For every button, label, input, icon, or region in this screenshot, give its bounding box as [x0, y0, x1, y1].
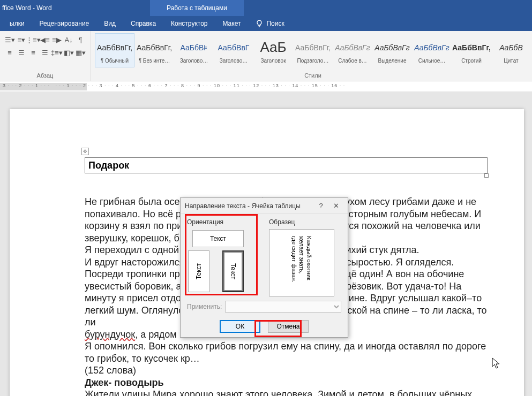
style-обычный[interactable]: АаБбВвГг,¶ Обычный: [95, 33, 134, 67]
justify-button[interactable]: ☰: [40, 47, 50, 58]
borders-button[interactable]: ▦▾: [75, 47, 86, 58]
align-left-button[interactable]: ≡: [4, 47, 15, 58]
orientation-fieldset: Ориентация Текст Текст Текст: [187, 218, 259, 296]
sample-fieldset: Образец где сидит фазан. желает знать, К…: [269, 218, 341, 296]
tell-me-search[interactable]: Поиск: [256, 20, 284, 27]
bullets-button[interactable]: ☰▾: [4, 34, 15, 45]
style-цитат[interactable]: АаБбВЦитат: [491, 33, 531, 67]
table-resize-handle[interactable]: [484, 173, 489, 178]
style-заголовок[interactable]: АаБЗаголовок: [253, 33, 293, 67]
style-сильное[interactable]: АаБбВвГгСильное…: [412, 33, 452, 67]
table-tools-contextual-tab: Работа с таблицами: [150, 0, 244, 16]
ok-button[interactable]: ОК: [220, 320, 260, 333]
style-заголово[interactable]: АаБбВвГЗаголово…: [214, 33, 253, 67]
style-слабоев[interactable]: АаБбВвГгСлабое в…: [333, 33, 372, 67]
horizontal-ruler[interactable]: 3 · · · 2 · · · 1 · · · · · · 1 · · · 2 …: [0, 81, 532, 92]
apply-to-select[interactable]: [225, 301, 341, 313]
group-styles: АаБбВвГг,¶ ОбычныйАаБбВвГг,¶ Без инте…Аа…: [91, 31, 532, 81]
tab-designer[interactable]: Конструктор: [163, 16, 215, 31]
orientation-rotate-90[interactable]: Текст: [222, 250, 244, 292]
decrease-indent-button[interactable]: ◀≡: [40, 34, 50, 45]
text-direction-dialog: Направление текста - Ячейка таблицы ? ✕ …: [180, 197, 348, 338]
style-безинте[interactable]: АаБбВвГг,¶ Без инте…: [134, 33, 174, 67]
orientation-rotate-270[interactable]: Текст: [188, 250, 209, 292]
dialog-title: Направление текста - Ячейка таблицы: [185, 202, 313, 210]
style-подзаголо[interactable]: АаБбВвГг,Подзаголо…: [293, 33, 333, 67]
orientation-horizontal[interactable]: Текст: [192, 230, 244, 247]
shading-button[interactable]: ◧▾: [63, 47, 74, 58]
cancel-button[interactable]: Отмена: [268, 320, 309, 333]
help-button[interactable]: ?: [313, 200, 328, 212]
paragraph[interactable]: Я опомнился. Вон сколько грибов погрузил…: [85, 340, 488, 364]
style-выделение[interactable]: АаБбВвГгВыделение: [372, 33, 412, 67]
group-paragraph-label: Абзац: [4, 72, 86, 80]
word-count-line[interactable]: (152 слова): [85, 364, 488, 377]
sample-preview: где сидит фазан. желает знать, Каждый ох…: [269, 229, 334, 296]
window-titlebar: ffice Word - Word: [0, 0, 532, 16]
show-marks-button[interactable]: ¶: [75, 34, 86, 45]
lightbulb-icon: [256, 20, 263, 27]
align-right-button[interactable]: ≡: [28, 47, 39, 58]
apply-to-label: Применить:: [187, 303, 222, 310]
tab-review[interactable]: Рецензирование: [32, 16, 97, 31]
ribbon: ☰▾ ≡▾ ⋮≡▾ ◀≡ ≡▶ A↓ ¶ ≡ ☰ ≡ ☰ ‡≡▾ ◧▾ ▦▾ А…: [0, 31, 532, 81]
numbering-button[interactable]: ≡▾: [16, 34, 27, 45]
multilevel-button[interactable]: ⋮≡▾: [28, 34, 39, 45]
tab-help[interactable]: Справка: [123, 16, 163, 31]
line-spacing-button[interactable]: ‡≡▾: [51, 47, 62, 58]
heading-2[interactable]: Джек- поводырь: [85, 377, 488, 389]
table-move-handle-icon[interactable]: ✥: [81, 148, 89, 155]
tab-links[interactable]: ылки: [2, 16, 32, 31]
style-строгий[interactable]: АаБбВвГг,Строгий: [452, 33, 491, 67]
close-button[interactable]: ✕: [328, 200, 343, 212]
group-styles-label: Стили: [95, 72, 531, 80]
table-cell[interactable]: Подарок: [85, 157, 488, 173]
align-center-button[interactable]: ☰: [16, 47, 27, 58]
paragraph[interactable]: Жители улицы Мира хорошо знают этого чел…: [85, 389, 488, 396]
tab-view[interactable]: Вид: [96, 16, 123, 31]
dialog-titlebar[interactable]: Направление текста - Ячейка таблицы ? ✕: [181, 198, 348, 214]
group-paragraph: ☰▾ ≡▾ ⋮≡▾ ◀≡ ≡▶ A↓ ¶ ≡ ☰ ≡ ☰ ‡≡▾ ◧▾ ▦▾ А…: [0, 31, 91, 81]
mouse-cursor-icon: [492, 357, 501, 369]
window-title: ffice Word - Word: [0, 4, 52, 12]
increase-indent-button[interactable]: ≡▶: [51, 34, 62, 45]
ribbon-tabs: ылки Рецензирование Вид Справка Конструк…: [0, 16, 532, 31]
style-заголово[interactable]: АаБбВ⊧Заголово…: [174, 33, 214, 67]
sort-button[interactable]: A↓: [63, 34, 74, 45]
tab-layout[interactable]: Макет: [215, 16, 248, 31]
